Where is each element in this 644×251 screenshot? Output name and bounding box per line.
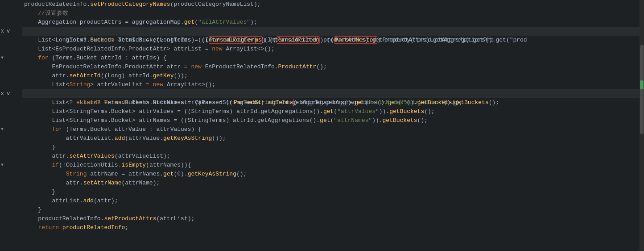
line-num-3 (0, 18, 19, 27)
code-line-25: productRelatedInfo.setProductAttrs(attrL… (22, 214, 644, 223)
token: (productCategoryNameList); (170, 1, 261, 8)
scrollbar-indicator (640, 80, 644, 89)
token: add (83, 197, 94, 204)
token: attrList. (24, 197, 83, 204)
code-line-1: productRelatedInfo.setProductCategoryNam… (22, 0, 644, 9)
line-num-25 (0, 214, 19, 223)
token-for: for (38, 54, 48, 61)
token: } (24, 188, 55, 195)
line-num-11: X V (0, 89, 19, 98)
token: attr. (24, 72, 69, 79)
line-num-16 (0, 134, 19, 143)
line-num-10 (0, 80, 19, 89)
marker-xv-1: X V (1, 27, 10, 36)
code-line-14: List<StringTerms.Bucket> attrNames = ((S… (22, 116, 644, 125)
token: (); (236, 171, 247, 177)
line-num-7: ▼ (0, 54, 19, 63)
token-return-val: productRelatedInfo (62, 224, 125, 231)
scrollbar-thumb[interactable] (640, 45, 644, 134)
token: get (355, 99, 365, 106)
token-new2: new (191, 63, 201, 70)
token: 0 (177, 171, 181, 177)
token: setProductCategoryNames (90, 1, 170, 8)
line-gutter: X V ▼ X V ▼ ▼ (0, 0, 22, 251)
vertical-scrollbar[interactable] (640, 0, 644, 251)
token: List<StringTerms.Bucket> attrNames = ((S… (24, 117, 320, 124)
marker-xv-2: X V (1, 89, 10, 98)
token-string: String (69, 81, 90, 88)
token: List< (24, 81, 69, 88)
token (24, 162, 52, 168)
token: > attrValueList = (90, 81, 153, 88)
line-num-19: ▼ (0, 161, 19, 170)
token-for2: for (52, 126, 62, 133)
token: List<StringTerms.Bucket> attrValues = ((… (24, 108, 323, 115)
token: add (115, 135, 125, 142)
token: Terms.Bucket> attrNames = ((ParsedString… (101, 99, 355, 106)
fold-marker-2[interactable]: ▼ (1, 125, 4, 134)
line-num-21 (0, 179, 19, 188)
code-line-19: if(!CollectionUtils.isEmpty(attrNames)){ (22, 161, 644, 170)
code-line-8: EsProductRelatedInfo.ProductAttr attr = … (22, 63, 644, 71)
token: (Terms.Bucket attrId : attrIds) { (49, 54, 167, 61)
token: isEmpty (121, 162, 146, 168)
token: )). (379, 108, 389, 115)
code-line-12: List<? extends Terms.Bucket> attrNames =… (22, 98, 644, 107)
code-line-17: } (22, 143, 644, 152)
token: (); (417, 117, 428, 124)
line-num-2 (0, 9, 19, 18)
code-line-26: return productRelatedInfo; (22, 223, 644, 232)
code-line-6: List<EsProductRelatedInfo.ProductAttr> a… (22, 45, 644, 54)
token: (); (452, 99, 462, 106)
token (24, 54, 38, 61)
line-num-28 (0, 241, 19, 250)
token: getBuckets (383, 117, 417, 124)
code-content: productRelatedInfo.setProductCategoryNam… (22, 0, 644, 251)
token: EsProductRelatedInfo. (202, 63, 278, 70)
token: extends (76, 99, 101, 106)
token: )). (407, 99, 417, 106)
token: ( (334, 108, 337, 115)
token: "attrNames" (334, 117, 372, 124)
token: ProductAttr (278, 63, 317, 70)
token: productRelatedInfo. (24, 1, 90, 8)
token: setAttrName (83, 180, 122, 186)
code-line-13: List<StringTerms.Bucket> attrValues = ((… (22, 107, 644, 116)
token: (); (424, 108, 434, 115)
token: } (24, 144, 55, 151)
token: List<? (24, 99, 76, 106)
token (24, 171, 66, 177)
code-line-21: attr.setAttrName(attrName); (22, 179, 644, 188)
token-string2: String (66, 171, 87, 177)
token: "allAttrValues" (198, 19, 250, 25)
token: ArrayList<>(); (163, 81, 215, 88)
line-num-8 (0, 63, 19, 71)
line-num-18 (0, 152, 19, 161)
token: setProductAttrs (104, 215, 156, 222)
line-num-15: ▼ (0, 125, 19, 134)
code-line-10: List<String> attrValueList = new ArrayLi… (22, 80, 644, 89)
token: ()); (212, 135, 226, 142)
token: ). (181, 171, 188, 177)
token-comment: //设置参数 (24, 10, 68, 17)
line-num-23 (0, 197, 19, 205)
token: attr. (24, 153, 69, 159)
code-line-7: for (Terms.Bucket attrId : attrIds) { (22, 54, 644, 63)
code-line-24: } (22, 205, 644, 214)
line-num-13 (0, 107, 19, 116)
token: ); (250, 19, 257, 25)
token: get (163, 171, 173, 177)
token: ()); (173, 72, 187, 79)
line-num-6 (0, 45, 19, 54)
token: getKeyAsString (163, 135, 212, 142)
code-line-4: List<? extends Terms.Bucket> attrIds = (… (22, 27, 644, 36)
code-line-16: attrValueList.add(attrValue.getKeyAsStri… (22, 134, 644, 143)
fold-marker-1[interactable]: ▼ (1, 54, 4, 63)
token: ( (194, 19, 198, 25)
fold-marker-3[interactable]: ▼ (1, 161, 4, 170)
token: attrName = attrNames. (87, 171, 163, 177)
token: ArrayList<>(); (223, 46, 275, 52)
line-num-14 (0, 116, 19, 125)
token: (); (316, 63, 326, 70)
code-line-18: attr.setAttrValues(attrValueList); (22, 152, 644, 161)
